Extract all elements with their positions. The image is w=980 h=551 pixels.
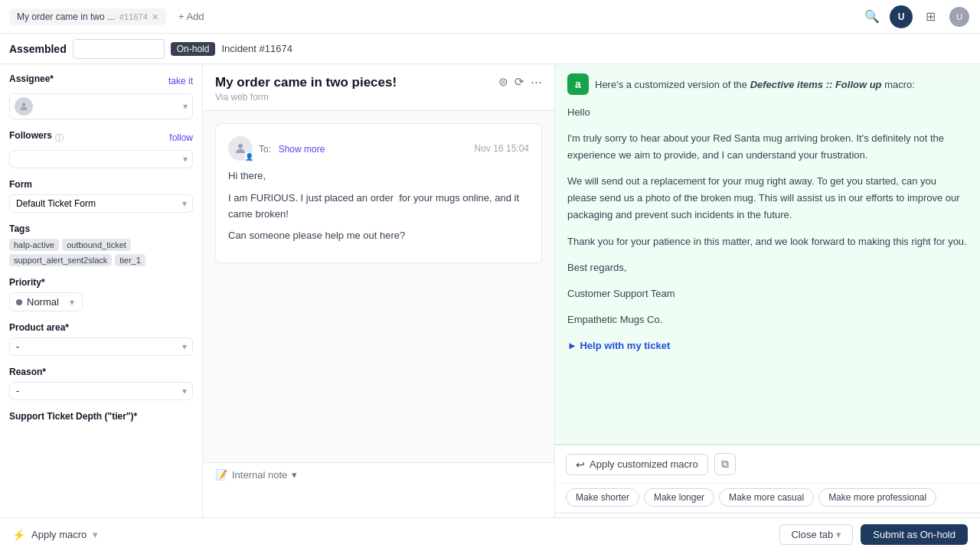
priority-section: Priority* Normal ▾ (9, 277, 193, 311)
assignee-avatar (15, 97, 33, 116)
ai-team: Customer Support Team (567, 285, 968, 302)
note-type-selector[interactable]: 📝 Internal note ▾ (215, 469, 542, 481)
assignee-header: Assignee* take it (9, 73, 193, 89)
middle-panel: My order came in two pieces! Via web for… (203, 64, 555, 551)
sub-header: Assembled On-hold Incident #11674 (0, 34, 980, 64)
reason-select[interactable]: - (9, 382, 193, 400)
profile-icon[interactable]: U (948, 5, 971, 28)
followers-selector[interactable]: ▾ (9, 150, 193, 168)
macro-icon: ⚡ (12, 529, 25, 541)
support-depth-label: Support Ticket Depth ("tier")* (9, 411, 193, 422)
tag-outbound[interactable]: outbound_ticket (62, 239, 131, 251)
note-chevron-icon: ▾ (292, 469, 297, 481)
current-tab[interactable]: My order came in two ... #11674 × (9, 8, 166, 25)
reason-label: Reason* (9, 367, 193, 377)
tag-tier1[interactable]: tier_1 (115, 254, 145, 266)
search-icon[interactable]: 🔍 (861, 5, 884, 28)
chip-make-casual[interactable]: Make more casual (719, 488, 814, 507)
close-tab-button[interactable]: Close tab ▾ (779, 524, 853, 545)
form-select[interactable]: Default Ticket Form (9, 194, 193, 213)
ai-header-text: Here's a customized version of the Defec… (595, 79, 915, 90)
chip-make-shorter[interactable]: Make shorter (566, 488, 639, 507)
message-line-2: I am FURIOUS. I just placed an order for… (228, 191, 529, 223)
svg-point-1 (238, 144, 243, 148)
sidebar: Assignee* take it ▾ Followers ⓘ follow (0, 64, 203, 551)
status-badge[interactable]: On-hold (171, 42, 216, 56)
bottom-right-actions: Close tab ▾ Submit as On-hold (779, 524, 968, 545)
incident-label: Incident #11674 (221, 43, 292, 54)
history-icon[interactable]: ⟳ (514, 75, 524, 89)
message-meta: 👤 To: Show more Nov 16 15:04 (228, 136, 529, 161)
apply-macro-bottom[interactable]: ⚡ Apply macro ▾ (12, 529, 98, 541)
show-more-link[interactable]: Show more (279, 144, 325, 155)
filter-icon[interactable]: ⊜ (498, 75, 508, 89)
apply-macro-label: Apply customized macro (590, 458, 698, 470)
chip-make-longer[interactable]: Make longer (644, 488, 714, 507)
search-input[interactable] (73, 39, 165, 59)
copy-button[interactable]: ⧉ (714, 453, 736, 475)
product-area-label: Product area* (9, 322, 193, 333)
priority-label: Priority* (9, 277, 193, 288)
top-bar: My order came in two ... #11674 × + Add … (0, 0, 980, 34)
close-tab-chevron-icon: ▾ (836, 529, 841, 540)
ticket-title-area: My order came in two pieces! Via web for… (215, 75, 397, 103)
note-icon: 📝 (215, 469, 227, 481)
ai-link[interactable]: ► Help with my ticket (567, 337, 968, 354)
bottom-bar: ⚡ Apply macro ▾ Close tab ▾ Submit as On… (0, 517, 980, 551)
tags-label: Tags (9, 223, 193, 234)
message-line-3: Can someone please help me out here? (228, 228, 529, 244)
back-arrow-icon: ↩ (576, 458, 585, 471)
user-avatar[interactable]: U (890, 5, 913, 28)
followers-chevron-icon: ▾ (183, 154, 188, 165)
sender-avatar: 👤 (228, 136, 253, 161)
svg-point-0 (22, 103, 26, 106)
form-select-wrapper: Default Ticket Form (9, 194, 193, 213)
macro-chevron-icon: ▾ (93, 529, 98, 540)
chip-make-professional[interactable]: Make more professional (818, 488, 936, 507)
message-area: 👤 To: Show more Nov 16 15:04 Hi there, I… (203, 111, 554, 462)
message-body: Hi there, I am FURIOUS. I just placed an… (228, 168, 529, 244)
followers-label: Followers (9, 130, 52, 141)
assignee-chevron-icon: ▾ (183, 101, 188, 112)
apply-macro-button[interactable]: ↩ Apply customized macro (566, 454, 708, 475)
priority-dot (16, 299, 22, 305)
take-it-link[interactable]: take it (168, 76, 193, 86)
message-timestamp: Nov 16 15:04 (475, 143, 529, 154)
form-section: Form Default Ticket Form (9, 179, 193, 213)
macro-actions-bar: ↩ Apply customized macro ⧉ (555, 445, 980, 483)
followers-info-icon[interactable]: ⓘ (55, 132, 64, 144)
assignee-section: Assignee* take it ▾ (9, 73, 193, 119)
message-card: 👤 To: Show more Nov 16 15:04 Hi there, I… (215, 123, 542, 263)
tag-halp-active[interactable]: halp-active (9, 239, 59, 251)
reason-wrapper: - (9, 382, 193, 400)
grid-icon[interactable]: ⊞ (919, 5, 942, 28)
main-area: Assignee* take it ▾ Followers ⓘ follow (0, 64, 980, 551)
product-area-wrapper: - (9, 337, 193, 356)
tab-title: My order came in two ... (17, 11, 115, 22)
ticket-header: My order came in two pieces! Via web for… (203, 64, 554, 111)
sender-type-icon: 👤 (243, 152, 254, 162)
ai-para-1: I'm truly sorry to hear about your Red S… (567, 130, 968, 164)
top-bar-icons: 🔍 U ⊞ U (861, 5, 971, 28)
message-sender: 👤 To: Show more (228, 136, 325, 161)
ai-closing: Best regards, (567, 259, 968, 276)
follow-link[interactable]: follow (169, 132, 193, 143)
apply-macro-bottom-label: Apply macro (31, 529, 87, 540)
help-link[interactable]: ► Help with my ticket (567, 340, 670, 351)
tag-support-alert[interactable]: support_alert_sent2slack (9, 254, 112, 266)
priority-selector[interactable]: Normal ▾ (9, 292, 83, 311)
ai-body: Hello I'm truly sorry to hear about your… (567, 104, 968, 354)
support-depth-section: Support Ticket Depth ("tier")* (9, 411, 193, 422)
tab-close-button[interactable]: × (152, 11, 158, 22)
assignee-label: Assignee* (9, 73, 54, 84)
followers-section: Followers ⓘ follow ▾ (9, 130, 193, 168)
submit-button[interactable]: Submit as On-hold (861, 524, 968, 545)
ai-macro-name: Defective items :: Follow up (750, 79, 882, 90)
suggestion-chips: Make shorter Make longer Make more casua… (555, 483, 980, 513)
product-area-select[interactable]: - (9, 337, 193, 356)
tab-id: #11674 (119, 12, 148, 21)
assignee-selector[interactable]: ▾ (9, 93, 193, 119)
ai-company: Empathetic Mugs Co. (567, 311, 968, 328)
more-icon[interactable]: ⋯ (531, 75, 542, 89)
add-button[interactable]: + Add (172, 8, 211, 25)
